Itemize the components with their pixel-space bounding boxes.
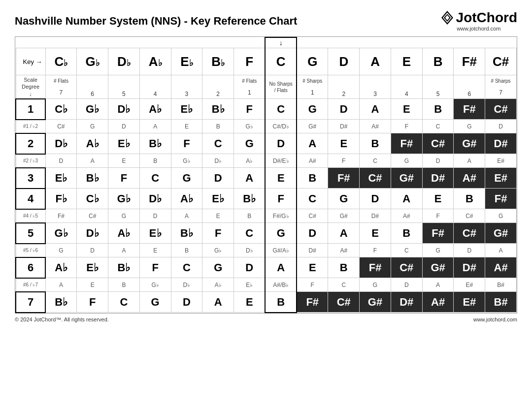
d6-c: A xyxy=(265,257,297,278)
b45-e: A# xyxy=(391,209,422,223)
key-c: C xyxy=(265,48,297,75)
d1-f: F xyxy=(234,99,266,120)
b12-c: C#/D♭ xyxy=(265,120,297,133)
d7-fs: E# xyxy=(454,292,485,313)
sharps-label-1: # Sharps1 xyxy=(297,75,328,99)
d1-e: E xyxy=(391,99,422,120)
d3-bb: D xyxy=(202,168,234,189)
between-6-7-label: #6 / ♭7 xyxy=(16,278,45,292)
b12-db: D xyxy=(108,120,140,133)
d3-f: A xyxy=(234,168,266,189)
d1-eb: E♭ xyxy=(171,99,202,120)
d7-f: E xyxy=(234,292,266,313)
d5-gb: D♭ xyxy=(77,223,108,244)
key-ab: A♭ xyxy=(139,48,171,75)
b56-e: C xyxy=(391,244,422,257)
b23-ab: B xyxy=(139,154,171,168)
b67-f: E♭ xyxy=(234,278,266,292)
key-gb: G♭ xyxy=(77,48,108,75)
d4-db: G♭ xyxy=(108,189,140,209)
d7-a: G# xyxy=(360,292,391,313)
flats-num-2: 2 xyxy=(202,75,234,99)
degree-5-row: 5 G♭ D♭ A♭ E♭ B♭ F C G D A E B F# C# G# xyxy=(16,223,517,244)
key-e: E xyxy=(391,48,422,75)
d2-f: G xyxy=(234,133,266,154)
d3-db: F xyxy=(108,168,140,189)
b56-eb: B xyxy=(171,244,202,257)
logo-url: www.jotchord.com xyxy=(457,26,500,32)
sharps-num-2: 2 xyxy=(328,75,360,99)
d7-b: A# xyxy=(422,292,454,313)
between-1-2-row: #1 / ♭2 C# G D A E B G♭ C#/D♭ G# D# A# F… xyxy=(16,120,517,133)
b67-d: C xyxy=(328,278,360,292)
d3-cs: E# xyxy=(485,168,517,189)
b67-a: G xyxy=(360,278,391,292)
d5-d: A xyxy=(328,223,360,244)
b12-cs: D xyxy=(485,120,517,133)
sharps-num-6: 6 xyxy=(454,75,485,99)
b56-g: D# xyxy=(297,244,328,257)
footer-url: www.jotchord.com xyxy=(473,316,517,322)
d6-d: B xyxy=(328,257,360,278)
page-title: Nashville Number System (NNS) - Key Refe… xyxy=(15,15,297,28)
b45-eb: A xyxy=(171,209,202,223)
b12-eb: E xyxy=(171,120,202,133)
b12-d: D# xyxy=(328,120,360,133)
d7-eb: D xyxy=(171,292,202,313)
arrow-cell-1 xyxy=(45,37,77,48)
key-d: D xyxy=(328,48,360,75)
b67-g: F xyxy=(297,278,328,292)
d3-d: F# xyxy=(328,168,360,189)
between-2-3-row: #2 / ♭3 D A E B G♭ D♭ A♭ D#/E♭ A# F C G … xyxy=(16,154,517,168)
d4-eb: A♭ xyxy=(171,189,202,209)
b45-a: D# xyxy=(360,209,391,223)
d4-gb: C♭ xyxy=(77,189,108,209)
scale-info-row: ScaleDegree↓ # Flats7 6 5 4 3 2 # Flats1… xyxy=(16,75,517,99)
d5-ab: E♭ xyxy=(139,223,171,244)
d5-db: A♭ xyxy=(108,223,140,244)
flats-num-4: 4 xyxy=(139,75,171,99)
between-6-7-row: #6 / ♭7 A E B G♭ D♭ A♭ E♭ A#/B♭ F C G D … xyxy=(16,278,517,292)
flats-label-1: # Flats7 xyxy=(45,75,77,99)
degree-1-row: 1 C♭ G♭ D♭ A♭ E♭ B♭ F C G D A E B F# C# xyxy=(16,99,517,120)
logo-name: JotChord xyxy=(456,10,517,26)
d3-e: G# xyxy=(391,168,422,189)
flats-num-1: # Flats1 xyxy=(234,75,266,99)
key-f: F xyxy=(234,48,266,75)
key-g: G xyxy=(297,48,328,75)
key-b: B xyxy=(422,48,454,75)
b12-bb: B xyxy=(202,120,234,133)
degree-6-row: 6 A♭ E♭ B♭ F C G D A E B F# C# G# D# A# xyxy=(16,257,517,278)
b67-fs: E# xyxy=(454,278,485,292)
d6-db: B♭ xyxy=(108,257,140,278)
b67-cb: A xyxy=(45,278,77,292)
b12-g: G# xyxy=(297,120,328,133)
d4-a: D xyxy=(360,189,391,209)
copyright: © 2024 JotChord™. All rights reserved. xyxy=(15,316,109,322)
arrow-cell-2 xyxy=(77,37,108,48)
d2-cb: D♭ xyxy=(45,133,77,154)
d1-cb: C♭ xyxy=(45,99,77,120)
degree-1-label: 1 xyxy=(16,99,45,120)
page-header: Nashville Number System (NNS) - Key Refe… xyxy=(15,10,517,32)
d1-d: D xyxy=(328,99,360,120)
degree-6-label: 6 xyxy=(16,257,45,278)
d6-fs: D# xyxy=(454,257,485,278)
no-sharps-flats: No Sharps/ Flats xyxy=(265,75,297,99)
d5-c: G xyxy=(265,223,297,244)
arrow-cell-11 xyxy=(360,37,391,48)
d7-gb: F xyxy=(77,292,108,313)
sharps-label-7: # Sharps7 xyxy=(485,75,517,99)
d4-g: C xyxy=(297,189,328,209)
degree-3-row: 3 E♭ B♭ F C G D A E B F# C# G# D# A# E# xyxy=(16,168,517,189)
arrow-row: ↓ xyxy=(16,37,517,48)
d3-eb: G xyxy=(171,168,202,189)
d4-ab: D♭ xyxy=(139,189,171,209)
reference-table: ↓ Key → C♭ G♭ D♭ A♭ E♭ B♭ F C G D A E B … xyxy=(15,37,517,313)
d2-eb: F xyxy=(171,133,202,154)
between-5-6-row: #5 / ♭6 G D A E B G♭ D♭ G#/A♭ D# A# F C … xyxy=(16,244,517,257)
d7-ab: G xyxy=(139,292,171,313)
b45-cb: F# xyxy=(45,209,77,223)
d5-g: D xyxy=(297,223,328,244)
d1-db: D♭ xyxy=(108,99,140,120)
